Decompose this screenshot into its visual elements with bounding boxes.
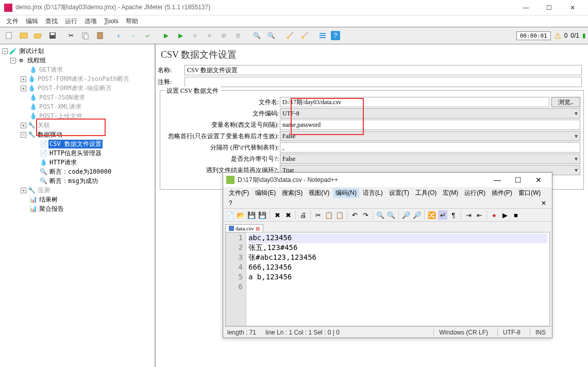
npp-zoom-in-icon[interactable]: 🔎 <box>401 210 411 220</box>
help-icon[interactable]: 🧹 <box>298 29 310 42</box>
encoding-combobox[interactable]: UTF-8▾ <box>280 108 580 119</box>
start-icon[interactable]: ▶ <box>160 29 172 42</box>
tree-datadriven[interactable]: 数据驱动 <box>37 130 63 139</box>
reset-search-icon[interactable]: 🔍 <box>265 29 277 42</box>
tree-collapse-icon[interactable]: − <box>21 132 26 138</box>
npp-record-icon[interactable]: ● <box>490 210 499 220</box>
varname-input[interactable] <box>280 120 580 130</box>
npp-stop-icon[interactable]: ■ <box>511 210 520 220</box>
npp-closeall-icon[interactable]: ✖ <box>283 210 293 220</box>
menu-options[interactable]: 选项 <box>81 16 100 27</box>
tree-collapse-icon[interactable]: − <box>2 48 8 54</box>
test-plan-tree[interactable]: −🧪测试计划 −⚙线程组 💧GET请求 +💧POST-FORM请求-JsonPa… <box>0 44 156 367</box>
menu-run[interactable]: 运行 <box>62 16 80 27</box>
tree-stress[interactable]: 压测 <box>37 186 51 195</box>
npp-menu-plugins[interactable]: 插件(P) <box>489 188 515 198</box>
start-no-pause-icon[interactable]: ▶ <box>174 29 187 42</box>
npp-menu-window[interactable]: 窗口(W) <box>516 188 543 198</box>
tree-assoc[interactable]: 关联 <box>37 121 51 130</box>
npp-indent-icon[interactable]: ⇥ <box>464 210 473 220</box>
ignore-combobox[interactable]: False▾ <box>280 131 580 141</box>
npp-menu-file[interactable]: 文件(F) <box>226 188 251 198</box>
menu-tools[interactable]: Tools <box>101 16 122 26</box>
npp-redo-icon[interactable]: ↷ <box>361 210 370 220</box>
tree-assert-code[interactable]: 断言：code为100000 <box>48 168 112 176</box>
tree-expand-icon[interactable]: + <box>21 123 26 128</box>
npp-menu-help[interactable]: ? <box>226 199 235 207</box>
tree-postform-json[interactable]: POST-FORM请求-JsonPath断言 <box>37 75 130 84</box>
npp-menu-search[interactable]: 搜索(S) <box>279 188 305 198</box>
npp-find-icon[interactable]: 🔍 <box>376 210 385 220</box>
npp-save-icon[interactable]: 💾 <box>247 210 256 220</box>
open-icon[interactable] <box>32 29 44 42</box>
npp-new-icon[interactable]: 📄 <box>225 210 234 220</box>
cut-icon[interactable]: ✂ <box>65 29 77 42</box>
stop-icon[interactable]: ■ <box>189 29 201 42</box>
npp-menu-lang[interactable]: 语言(L) <box>360 188 385 198</box>
warning-icon[interactable]: ⚠ <box>554 31 561 41</box>
npp-open-icon[interactable]: 📂 <box>236 210 245 220</box>
npp-replace-icon[interactable]: 🔍 <box>387 210 396 220</box>
tree-expand-icon[interactable]: + <box>21 188 26 193</box>
search-tree-icon[interactable]: 🔍 <box>250 29 263 42</box>
close-button[interactable]: ✕ <box>561 0 584 15</box>
npp-menu-encoding[interactable]: 编码(N) <box>333 188 359 198</box>
npp-zoom-out-icon[interactable]: 🔎 <box>412 210 422 220</box>
npp-menu-settings[interactable]: 设置(T) <box>387 188 412 198</box>
npp-close-button[interactable]: ✕ <box>528 173 549 187</box>
tree-expand-icon[interactable]: + <box>21 76 26 82</box>
npp-close-icon[interactable]: ✖ <box>273 210 282 220</box>
npp-outdent-icon[interactable]: ⇤ <box>475 210 484 220</box>
npp-tab-data-csv[interactable]: data.csv ⊠ <box>225 224 263 232</box>
npp-sync-icon[interactable]: 🔀 <box>427 210 436 220</box>
npp-wrap-icon[interactable]: ↵ <box>438 210 447 220</box>
menu-file[interactable]: 文件 <box>3 16 22 27</box>
tree-collapse-icon[interactable]: − <box>10 58 16 63</box>
toggle-icon[interactable]: ⤾ <box>141 29 154 42</box>
npp-saveall-icon[interactable]: 💾 <box>258 210 267 220</box>
editor-line[interactable] <box>248 282 547 292</box>
npp-minimize-button[interactable]: — <box>487 173 508 187</box>
menu-help[interactable]: 帮助 <box>123 16 141 27</box>
npp-editor[interactable]: 123456 abc,123456 张五,123#456 张#abc123,12… <box>225 232 550 326</box>
tree-postjson[interactable]: POST-JSON请求 <box>38 93 86 102</box>
npp-play-icon[interactable]: ▶ <box>500 210 510 220</box>
about-icon[interactable]: ? <box>331 31 340 40</box>
tree-agg-report[interactable]: 聚合报告 <box>38 205 65 213</box>
paste-icon[interactable] <box>94 29 106 42</box>
options-icon[interactable] <box>316 29 329 42</box>
delim-input[interactable] <box>280 142 580 153</box>
minimize-button[interactable]: — <box>514 0 537 15</box>
npp-cut-icon[interactable]: ✂ <box>313 210 323 220</box>
menu-edit[interactable]: 编辑 <box>23 16 41 27</box>
npp-menu-macro[interactable]: 宏(M) <box>440 188 461 198</box>
editor-line[interactable]: 张#abc123,123456 <box>248 253 547 263</box>
tree-get[interactable]: GET请求 <box>38 65 64 74</box>
tree-postxml[interactable]: POST-XML请求 <box>38 103 82 111</box>
browse-button[interactable]: 浏览.. <box>551 97 580 107</box>
npp-menu-run[interactable]: 运行(R) <box>462 188 488 198</box>
menu-search[interactable]: 查找 <box>42 16 61 27</box>
tree-test-plan[interactable]: 测试计划 <box>18 47 45 56</box>
npp-text-area[interactable]: abc,123456 张五,123#456 张#abc123,123456 66… <box>246 232 549 326</box>
save-icon[interactable] <box>46 29 59 42</box>
tree-assert-msg[interactable]: 断言：msg为成功 <box>48 177 99 186</box>
clear-all-icon[interactable]: ⊘ <box>232 29 244 42</box>
tree-thread-group[interactable]: 线程组 <box>26 56 47 65</box>
expand-icon[interactable]: ＋ <box>112 29 125 42</box>
npp-menu-close-icon[interactable]: ✕ <box>539 199 549 207</box>
new-icon[interactable] <box>3 29 15 42</box>
tree-result-tree[interactable]: 结果树 <box>38 195 59 204</box>
editor-line[interactable]: 张五,123#456 <box>248 243 547 253</box>
npp-maximize-button[interactable]: ☐ <box>508 173 528 187</box>
filename-input[interactable] <box>280 97 549 107</box>
function-helper-icon[interactable]: 🧹 <box>283 29 296 42</box>
tree-postupload[interactable]: POST-上传文件 <box>38 112 83 121</box>
name-input[interactable] <box>184 65 582 75</box>
npp-tab-close-icon[interactable]: ⊠ <box>256 226 260 231</box>
tree-http-req[interactable]: HTTP请求 <box>48 158 78 167</box>
tree-postform-resp[interactable]: POST-FORM请求-响应断言 <box>37 84 113 93</box>
npp-menu-tools[interactable]: 工具(O) <box>413 188 439 198</box>
quote-combobox[interactable]: False▾ <box>280 154 580 164</box>
npp-show-all-icon[interactable]: ¶ <box>449 210 458 220</box>
